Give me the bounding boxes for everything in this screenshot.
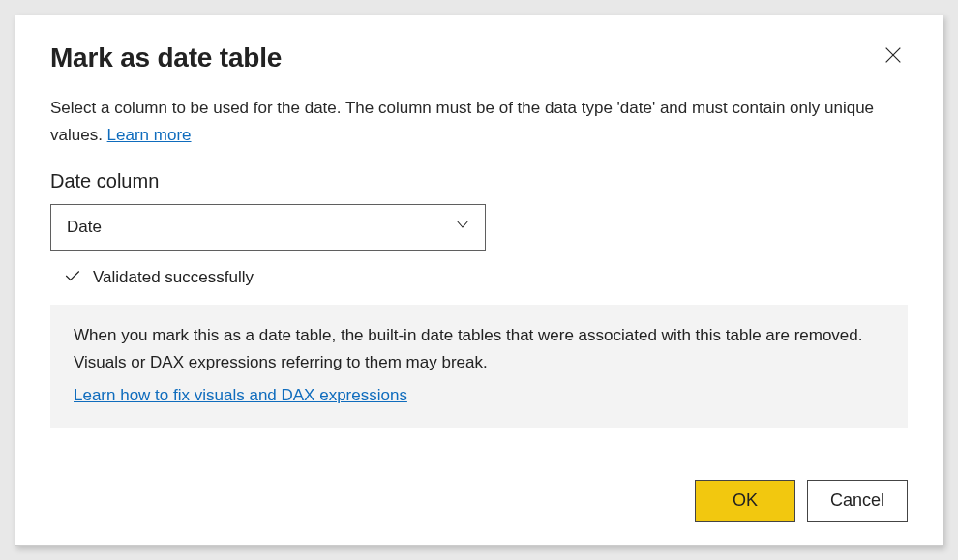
dialog-title: Mark as date table <box>50 43 282 74</box>
info-text: When you mark this as a date table, the … <box>74 322 884 376</box>
dialog-description: Select a column to be used for the date.… <box>50 95 908 149</box>
cancel-button[interactable]: Cancel <box>807 480 908 522</box>
dropdown-selected-value: Date <box>67 218 102 237</box>
chevron-down-icon <box>454 216 471 238</box>
info-box: When you mark this as a date table, the … <box>50 305 908 428</box>
date-column-label: Date column <box>50 170 908 192</box>
mark-as-date-table-dialog: Mark as date table Select a column to be… <box>15 15 943 546</box>
close-icon <box>883 54 904 69</box>
dialog-header: Mark as date table <box>50 43 908 74</box>
validation-status: Validated successfully <box>50 268 908 287</box>
checkmark-icon <box>64 268 81 287</box>
close-button[interactable] <box>879 41 908 73</box>
fix-visuals-link[interactable]: Learn how to fix visuals and DAX express… <box>74 382 407 409</box>
date-column-dropdown[interactable]: Date <box>50 204 486 251</box>
validation-message: Validated successfully <box>93 268 254 287</box>
dialog-footer: OK Cancel <box>50 460 908 522</box>
learn-more-link[interactable]: Learn more <box>107 126 192 144</box>
ok-button[interactable]: OK <box>695 480 795 522</box>
